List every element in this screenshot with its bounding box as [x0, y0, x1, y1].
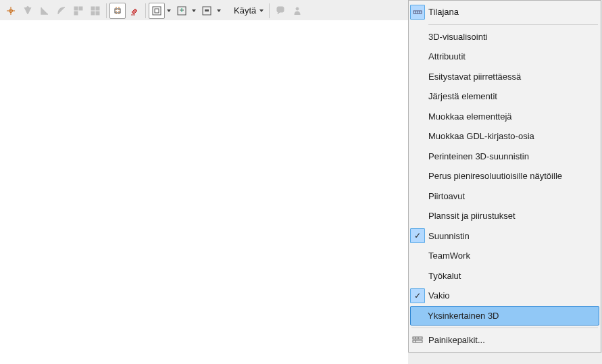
- apply-label: Käytä: [234, 5, 256, 16]
- snap-vertex-icon[interactable]: [20, 3, 36, 19]
- svg-rect-6: [74, 11, 78, 15]
- toolbar-separator: [145, 3, 146, 18]
- menu-item-label: Piirtoavut: [427, 191, 599, 201]
- crop-view-icon[interactable]: [174, 3, 190, 19]
- snap-point-icon[interactable]: [3, 3, 19, 19]
- menu-item-perinteinen-3d[interactable]: Perinteinen 3D-suunnistin: [410, 147, 599, 167]
- frame-label-icon[interactable]: [199, 3, 215, 19]
- svg-rect-10: [91, 11, 95, 15]
- menu-item-label: Järjestä elementit: [427, 91, 599, 101]
- menu-item-label: Esitystavat piirrettäessä: [427, 72, 599, 82]
- menu-item-teamwork[interactable]: TeamWork: [410, 246, 599, 266]
- svg-rect-16: [155, 9, 159, 13]
- person-icon[interactable]: [289, 3, 305, 19]
- menu-item-label: Planssit ja piirustukset: [427, 211, 599, 221]
- menu-item-3d-visualisointi[interactable]: 3D-visualisointi: [410, 27, 599, 47]
- snap-arc-icon[interactable]: [53, 3, 70, 19]
- apply-dropdown-button[interactable]: Käytä: [228, 3, 266, 19]
- svg-rect-13: [115, 9, 120, 13]
- menu-item-tyokalut[interactable]: Työkalut: [410, 266, 599, 286]
- checkmark-icon: [410, 228, 425, 243]
- menu-item-muokkaa-elementteja[interactable]: Muokkaa elementtejä: [410, 107, 599, 127]
- timeline-icon: [410, 5, 425, 20]
- menu-item-suunnistin[interactable]: Suunnistin: [410, 226, 599, 246]
- menu-item-yksinkertainen-3d[interactable]: Yksinkertainen 3D: [410, 306, 599, 326]
- svg-rect-9: [96, 7, 99, 10]
- workspace-canvas[interactable]: [0, 20, 408, 364]
- toolbar-separator: [106, 3, 107, 18]
- snap-corner-icon[interactable]: [36, 3, 53, 19]
- svg-rect-15: [153, 7, 161, 15]
- svg-rect-5: [79, 7, 82, 10]
- svg-rect-28: [413, 340, 422, 342]
- guideline-toggle-icon[interactable]: [109, 3, 126, 19]
- menu-item-muokkaa-gdl[interactable]: Muokkaa GDL-kirjasto-osia: [410, 126, 599, 147]
- menu-check-placeholder: [410, 169, 425, 184]
- menu-item-label: Muokkaa GDL-kirjasto-osia: [427, 131, 599, 141]
- svg-rect-8: [96, 11, 99, 15]
- menu-item-label: Työkalut: [427, 271, 599, 281]
- menu-item-painikepalkit[interactable]: Painikepalkit...: [410, 330, 599, 350]
- svg-point-22: [296, 7, 299, 10]
- menu-check-placeholder: [410, 129, 425, 144]
- chevron-down-icon: [259, 8, 264, 14]
- snap-blocks-icon[interactable]: [70, 3, 86, 19]
- toolbars-icon: [410, 333, 425, 348]
- menu-item-planssit[interactable]: Planssit ja piirustukset: [410, 206, 599, 226]
- toolbar-context-menu: Tilajana 3D-visualisointi Attribuutit Es…: [408, 0, 601, 353]
- menu-item-tilajana[interactable]: Tilajana: [410, 2, 599, 22]
- dropdown-arrow-icon[interactable]: [190, 3, 198, 19]
- menu-item-label: 3D-visualisointi: [427, 32, 599, 42]
- menu-item-label: Painikepalkit...: [427, 335, 599, 345]
- menu-item-label: Muokkaa elementtejä: [427, 111, 599, 122]
- dropdown-arrow-icon[interactable]: [215, 3, 223, 19]
- menu-check-placeholder: [410, 249, 425, 263]
- menu-item-label: Yksinkertainen 3D: [427, 311, 599, 321]
- svg-rect-4: [74, 7, 78, 10]
- menu-item-label: TeamWork: [427, 251, 599, 261]
- menu-separator: [428, 24, 598, 25]
- eraser-icon[interactable]: [126, 3, 143, 19]
- svg-point-3: [27, 6, 29, 8]
- menu-check-placeholder: [410, 29, 425, 44]
- snap-grid-icon[interactable]: [87, 3, 103, 19]
- svg-rect-7: [91, 7, 95, 10]
- menu-check-placeholder: [410, 49, 425, 64]
- menu-item-vakio[interactable]: Vakio: [410, 286, 599, 306]
- menu-item-attribuutit[interactable]: Attribuutit: [410, 47, 599, 67]
- menu-item-piirtoavut[interactable]: Piirtoavut: [410, 186, 599, 207]
- menu-check-placeholder: [410, 89, 425, 104]
- menu-item-label: Attribuutit: [427, 51, 599, 61]
- menu-item-label: Perinteinen 3D-suunnistin: [427, 151, 599, 161]
- menu-separator: [411, 328, 598, 328]
- menu-item-label: Vakio: [427, 290, 599, 301]
- svg-rect-27: [413, 337, 422, 339]
- menu-item-label: Perus pieniresoluutioisille näytöille: [427, 171, 599, 181]
- menu-check-placeholder: [410, 268, 425, 283]
- toolbar-separator: [269, 3, 270, 18]
- menu-check-placeholder: [410, 149, 425, 163]
- menu-item-jarjesta-elementit[interactable]: Järjestä elementit: [410, 86, 599, 107]
- menu-item-label: Tilajana: [427, 7, 599, 17]
- menu-check-placeholder: [410, 188, 425, 203]
- menu-check-placeholder: [410, 109, 425, 124]
- svg-rect-21: [205, 9, 209, 11]
- menu-item-esitystavat[interactable]: Esitystavat piirrettäessä: [410, 67, 599, 87]
- chat-icon[interactable]: [272, 3, 289, 19]
- menu-item-label: Suunnistin: [427, 231, 599, 241]
- menu-check-placeholder: [410, 209, 425, 224]
- menu-check-placeholder: [411, 308, 425, 323]
- menu-item-perus-pieniresoluutio[interactable]: Perus pieniresoluutioisille näytöille: [410, 166, 599, 186]
- view-nested-icon[interactable]: [149, 3, 165, 19]
- dropdown-arrow-icon[interactable]: [165, 3, 173, 19]
- checkmark-icon: [410, 288, 425, 303]
- menu-check-placeholder: [410, 69, 425, 84]
